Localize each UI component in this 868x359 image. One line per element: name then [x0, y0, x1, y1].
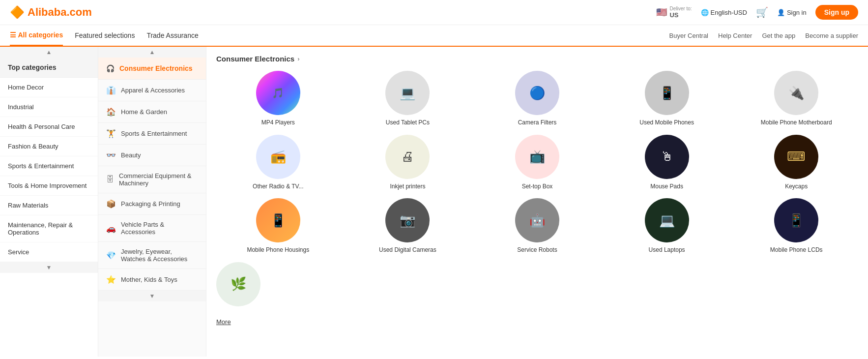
mid-sidebar-scroll-down[interactable]: ▼: [98, 291, 206, 301]
mp4-players-label: MP4 Players: [261, 119, 295, 127]
hamburger-icon: ☰: [10, 31, 16, 39]
globe-icon: 🌐: [701, 9, 709, 16]
service-robots-label: Service Robots: [517, 246, 557, 254]
right-panel-title: Consumer Electronics: [216, 55, 294, 63]
nav-featured-label: Featured selections: [75, 31, 135, 39]
mobile-phone-lcds-img: 📱: [774, 198, 818, 242]
product-grid-row2: 📻 Other Radio & TV... 🖨 Inkjet printers …: [216, 135, 858, 191]
nav-become-supplier[interactable]: Become a supplier: [805, 32, 858, 39]
mid-item-home-garden[interactable]: 🏠 Home & Garden: [98, 101, 206, 123]
sign-in-link[interactable]: 👤 Sign in: [777, 9, 807, 16]
deliver-country: US: [669, 11, 692, 19]
nav-help-center[interactable]: Help Center: [718, 32, 752, 39]
used-tablet-label: Used Tablet PCs: [386, 119, 430, 127]
mid-item-kids-label: Mother, Kids & Toys: [121, 276, 177, 283]
jewelry-icon: 💎: [106, 251, 116, 260]
mid-sidebar-scroll-up[interactable]: ▲: [98, 47, 206, 58]
product-mp4-players[interactable]: 🎵 MP4 Players: [216, 71, 340, 127]
nav-featured-selections[interactable]: Featured selections: [75, 26, 135, 45]
used-laptops-label: Used Laptops: [649, 246, 685, 254]
sidebar-title: Top categories: [0, 58, 98, 78]
camera-filters-img: 🔵: [515, 71, 559, 115]
mid-item-jewelry[interactable]: 💎 Jewelry, Eyewear, Watches & Accessorie…: [98, 242, 206, 269]
product-inkjet-printers[interactable]: 🖨 Inkjet printers: [346, 135, 470, 191]
logo-text[interactable]: Alibaba.com: [28, 6, 92, 19]
nav-all-categories[interactable]: ☰ All categories: [10, 25, 63, 46]
mid-item-beauty[interactable]: 👓 Beauty: [98, 145, 206, 166]
product-mobile-phone-lcds[interactable]: 📱 Mobile Phone LCDs: [734, 198, 858, 254]
mid-item-beauty-label: Beauty: [121, 151, 141, 159]
right-panel-arrow-icon: ›: [297, 55, 299, 62]
keycaps-label: Keycaps: [785, 183, 808, 191]
product-last-item[interactable]: 🌿: [216, 262, 260, 310]
used-tablet-img: 💻: [385, 71, 430, 115]
packaging-icon: 📦: [106, 199, 116, 209]
keycaps-img: ⌨: [774, 135, 818, 179]
mid-active-category[interactable]: 🎧 Consumer Electronics: [98, 58, 206, 80]
product-used-laptops[interactable]: 💻 Used Laptops: [605, 198, 729, 254]
mid-item-commercial[interactable]: 🗄 Commercial Equipment & Machinery: [98, 166, 206, 193]
sign-up-button[interactable]: Sign up: [815, 5, 858, 20]
product-used-tablet-pcs[interactable]: 💻 Used Tablet PCs: [346, 71, 470, 127]
used-laptops-img: 💻: [645, 198, 689, 242]
nav-buyer-central[interactable]: Buyer Central: [669, 32, 708, 39]
product-mouse-pads[interactable]: 🖱 Mouse Pads: [605, 135, 729, 191]
product-mobile-motherboard[interactable]: 🔌 Mobile Phone Motherboard: [734, 71, 858, 127]
product-camera-filters[interactable]: 🔵 Camera Filters: [475, 71, 599, 127]
mobile-phone-housings-img: 📱: [256, 198, 300, 242]
product-radio-tv[interactable]: 📻 Other Radio & TV...: [216, 135, 340, 191]
mid-item-sports-label: Sports & Entertainment: [121, 130, 187, 137]
mobile-motherboard-label: Mobile Phone Motherboard: [761, 119, 832, 127]
mid-item-mother-kids[interactable]: ⭐ Mother, Kids & Toys: [98, 269, 206, 291]
left-sidebar-scroll-down[interactable]: ▼: [0, 262, 98, 273]
header-right: 🇺🇸 Deliver to: US 🌐 English-USD 🛒 👤 Sign…: [656, 5, 858, 20]
product-keycaps[interactable]: ⌨ Keycaps: [734, 135, 858, 191]
mid-active-label: Consumer Electronics: [119, 64, 193, 72]
language-selector[interactable]: 🌐 English-USD: [701, 9, 747, 16]
used-mobile-phones-label: Used Mobile Phones: [639, 119, 694, 127]
middle-sidebar: ▲ 🎧 Consumer Electronics 👔 Apparel & Acc…: [98, 47, 206, 357]
product-set-top-box[interactable]: 📺 Set-top Box: [475, 135, 599, 191]
main-container: ▲ Top categories Home Decor Industrial H…: [0, 47, 868, 357]
sidebar-item-sports-entertainment[interactable]: Sports & Entertainment: [0, 156, 98, 176]
commercial-icon: 🗄: [106, 175, 114, 184]
sidebar-item-raw-materials[interactable]: Raw Materials: [0, 196, 98, 215]
mouse-pads-label: Mouse Pads: [650, 183, 683, 191]
mid-item-packaging-label: Packaging & Printing: [121, 200, 180, 208]
logo-area: 🔶 Alibaba.com: [10, 5, 92, 19]
alibaba-logo-icon: 🔶: [10, 5, 25, 19]
user-icon: 👤: [777, 9, 785, 16]
apparel-icon: 👔: [106, 86, 116, 95]
inkjet-printers-label: Inkjet printers: [390, 183, 425, 191]
mid-item-vehicle[interactable]: 🚗 Vehicle Parts & Accessories: [98, 215, 206, 242]
product-mobile-phone-housings[interactable]: 📱 Mobile Phone Housings: [216, 198, 340, 254]
mid-item-commercial-label: Commercial Equipment & Machinery: [119, 172, 198, 187]
cart-icon[interactable]: 🛒: [756, 6, 768, 18]
right-panel: Consumer Electronics › 🎵 MP4 Players 💻 U…: [206, 47, 868, 357]
product-used-digital-cameras[interactable]: 📷 Used Digital Cameras: [346, 198, 470, 254]
sidebar-item-fashion-beauty[interactable]: Fashion & Beauty: [0, 137, 98, 156]
more-link[interactable]: More: [216, 318, 231, 326]
nav-left: ☰ All categories Featured selections Tra…: [10, 25, 199, 46]
nav-get-app[interactable]: Get the app: [762, 32, 795, 39]
sidebar-item-industrial[interactable]: Industrial: [0, 97, 98, 117]
left-sidebar-scroll-up[interactable]: ▲: [0, 47, 98, 58]
right-panel-header: Consumer Electronics ›: [216, 55, 858, 63]
sidebar-item-maintenance-repair[interactable]: Maintenance, Repair & Operations: [0, 215, 98, 242]
nav-trade-assurance[interactable]: Trade Assurance: [146, 26, 198, 45]
mid-item-sports[interactable]: 🏋 Sports & Entertainment: [98, 123, 206, 145]
mobile-phone-lcds-label: Mobile Phone LCDs: [770, 246, 823, 254]
nav-right: Buyer Central Help Center Get the app Be…: [669, 32, 858, 39]
mid-item-apparel[interactable]: 👔 Apparel & Accessories: [98, 80, 206, 101]
sidebar-item-home-decor[interactable]: Home Decor: [0, 78, 98, 97]
used-digital-cameras-label: Used Digital Cameras: [379, 246, 436, 254]
product-used-mobile-phones[interactable]: 📱 Used Mobile Phones: [605, 71, 729, 127]
used-digital-cameras-img: 📷: [385, 198, 430, 242]
product-service-robots[interactable]: 🤖 Service Robots: [475, 198, 599, 254]
mid-item-packaging[interactable]: 📦 Packaging & Printing: [98, 193, 206, 215]
mouse-pads-img: 🖱: [645, 135, 689, 179]
sidebar-item-tools-home-improvement[interactable]: Tools & Home Improvement: [0, 176, 98, 196]
deliver-to: 🇺🇸 Deliver to: US: [656, 6, 692, 19]
sidebar-item-health-personal-care[interactable]: Health & Personal Care: [0, 117, 98, 137]
sidebar-item-service[interactable]: Service: [0, 242, 98, 262]
